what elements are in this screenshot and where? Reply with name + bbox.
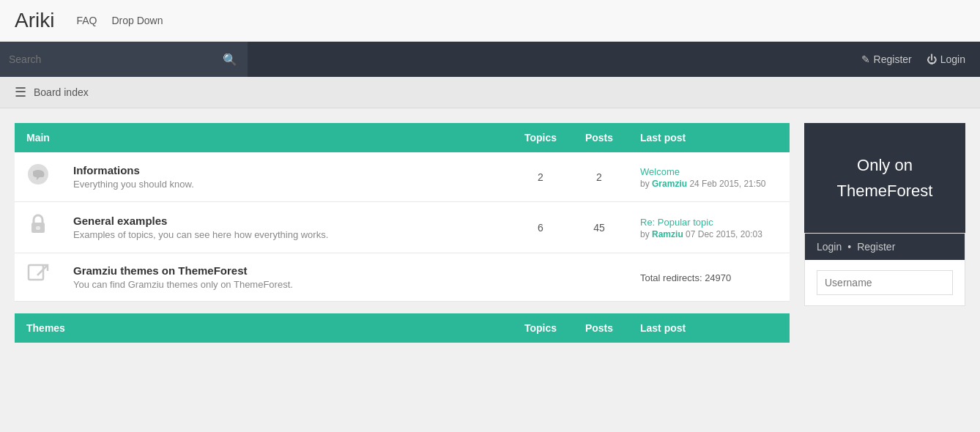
forum-lastpost-general: Re: Popular topic by Ramziu 07 Dec 2015,… xyxy=(628,202,790,253)
nav-faq[interactable]: FAQ xyxy=(76,15,97,26)
forum-title-informations[interactable]: Informations xyxy=(73,164,140,176)
last-post-author-general: Ramziu xyxy=(652,229,683,239)
themes-forum-table: Themes Topics Posts Last post xyxy=(15,313,790,343)
forum-lastpost-themeforest: Total redirects: 24970 xyxy=(628,253,790,302)
forum-info-general: General examples Examples of topics, you… xyxy=(62,202,511,253)
table-row: Gramziu themes on ThemeForest You can fi… xyxy=(15,253,790,302)
last-post-link-general[interactable]: Re: Popular topic xyxy=(640,217,713,228)
forum-icon-chat xyxy=(15,152,62,202)
sidebar-register-link[interactable]: Register xyxy=(857,241,895,253)
forum-lastpost-informations: Welcome by Gramziu 24 Feb 2015, 21:50 xyxy=(628,152,790,202)
register-icon: ✎ xyxy=(861,53,870,65)
forum-desc-informations: Everything you should know. xyxy=(73,179,500,190)
register-button[interactable]: ✎ Register xyxy=(861,53,912,65)
search-left: 🔍 xyxy=(0,42,861,77)
login-button[interactable]: ⏻ Login xyxy=(927,53,965,65)
sidebar-login-header: Login • Register xyxy=(805,234,965,260)
forum-desc-general: Examples of topics, you can see here how… xyxy=(73,229,500,240)
search-input[interactable] xyxy=(9,53,204,65)
last-post-link-informations[interactable]: Welcome xyxy=(640,166,680,177)
search-icon: 🔍 xyxy=(223,53,237,67)
forum-topics-themeforest xyxy=(511,253,570,302)
last-post-meta-general: by Ramziu 07 Dec 2015, 20:03 xyxy=(640,229,778,239)
svg-rect-2 xyxy=(36,226,40,230)
sidebar-separator: • xyxy=(847,241,851,253)
username-input[interactable] xyxy=(817,270,953,295)
forum-posts-themeforest xyxy=(570,253,628,302)
content-wrap: Main Topics Posts Last post Informations… xyxy=(0,108,980,357)
forum-topics-informations: 2 xyxy=(511,152,570,202)
main-posts-header: Posts xyxy=(570,123,628,152)
main-topics-header: Topics xyxy=(511,123,570,152)
themes-lastpost-header: Last post xyxy=(628,313,790,343)
forum-info-informations: Informations Everything you should know. xyxy=(62,152,511,202)
themes-posts-header: Posts xyxy=(570,313,628,343)
top-nav: Ariki FAQ Drop Down xyxy=(0,0,980,42)
themes-title: Themes xyxy=(15,313,511,343)
last-post-meta-informations: by Gramziu 24 Feb 2015, 21:50 xyxy=(640,179,778,189)
forum-topics-general: 6 xyxy=(511,202,570,253)
redirect-text: Total redirects: 24970 xyxy=(640,272,731,283)
last-post-author-informations: Gramziu xyxy=(652,179,687,189)
themes-topics-header: Topics xyxy=(511,313,570,343)
sidebar-login-link[interactable]: Login xyxy=(817,241,842,253)
breadcrumb: Board index xyxy=(34,86,89,98)
search-right: ✎ Register ⏻ Login xyxy=(861,42,980,77)
sidebar-login: Login • Register xyxy=(804,233,965,306)
sidebar-banner-line2: ThemeForest xyxy=(819,178,951,204)
forum-icon-lock xyxy=(15,202,62,253)
table-row: Informations Everything you should know.… xyxy=(15,152,790,202)
site-logo[interactable]: Ariki xyxy=(15,9,54,32)
forum-info-themeforest: Gramziu themes on ThemeForest You can fi… xyxy=(62,253,511,302)
forum-title-themeforest[interactable]: Gramziu themes on ThemeForest xyxy=(73,264,248,277)
power-icon: ⏻ xyxy=(927,53,937,65)
forum-title-general[interactable]: General examples xyxy=(73,215,167,227)
nav-dropdown[interactable]: Drop Down xyxy=(111,15,163,26)
sidebar: Only on ThemeForest Login • Register xyxy=(804,123,965,343)
sidebar-banner: Only on ThemeForest xyxy=(804,123,965,233)
main-table-header: Main Topics Posts Last post xyxy=(15,123,790,152)
breadcrumb-bar: ☰ Board index xyxy=(0,77,980,108)
main-lastpost-header: Last post xyxy=(628,123,790,152)
main-title: Main xyxy=(15,123,511,152)
search-bar: 🔍 ✎ Register ⏻ Login xyxy=(0,42,980,77)
themes-table-header: Themes Topics Posts Last post xyxy=(15,313,790,343)
nav-links: FAQ Drop Down xyxy=(76,15,163,26)
sidebar-banner-line1: Only on xyxy=(819,152,951,178)
forum-posts-informations: 2 xyxy=(570,152,628,202)
forum-icon-external xyxy=(15,253,62,302)
search-input-wrap xyxy=(0,42,212,77)
main-content: Main Topics Posts Last post Informations… xyxy=(15,123,790,343)
search-button[interactable]: 🔍 xyxy=(212,42,248,77)
main-forum-table: Main Topics Posts Last post Informations… xyxy=(15,123,790,302)
forum-desc-themeforest: You can find Gramziu themes only on Them… xyxy=(73,279,500,290)
hamburger-icon[interactable]: ☰ xyxy=(15,84,26,100)
forum-posts-general: 45 xyxy=(570,202,628,253)
table-row: General examples Examples of topics, you… xyxy=(15,202,790,253)
sidebar-login-body xyxy=(805,260,965,305)
